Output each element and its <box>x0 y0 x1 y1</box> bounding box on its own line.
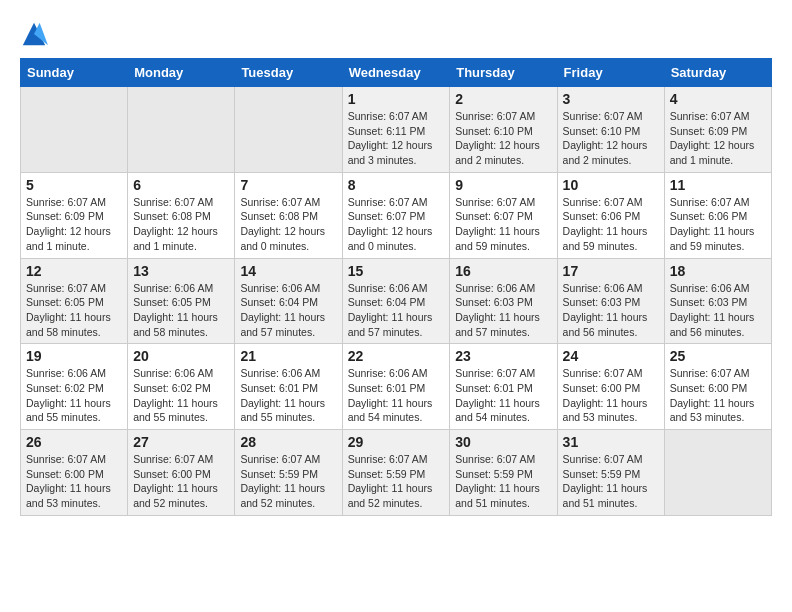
day-info: Sunrise: 6:06 AM Sunset: 6:05 PM Dayligh… <box>133 281 229 340</box>
day-info: Sunrise: 6:07 AM Sunset: 6:10 PM Dayligh… <box>455 109 551 168</box>
day-info: Sunrise: 6:07 AM Sunset: 6:05 PM Dayligh… <box>26 281 122 340</box>
day-number: 31 <box>563 434 659 450</box>
calendar-cell: 2Sunrise: 6:07 AM Sunset: 6:10 PM Daylig… <box>450 87 557 173</box>
calendar-cell: 16Sunrise: 6:06 AM Sunset: 6:03 PM Dayli… <box>450 258 557 344</box>
day-info: Sunrise: 6:07 AM Sunset: 5:59 PM Dayligh… <box>240 452 336 511</box>
calendar-cell: 6Sunrise: 6:07 AM Sunset: 6:08 PM Daylig… <box>128 172 235 258</box>
day-number: 21 <box>240 348 336 364</box>
calendar-header-thursday: Thursday <box>450 59 557 87</box>
day-info: Sunrise: 6:07 AM Sunset: 6:06 PM Dayligh… <box>563 195 659 254</box>
calendar-cell: 15Sunrise: 6:06 AM Sunset: 6:04 PM Dayli… <box>342 258 450 344</box>
day-info: Sunrise: 6:07 AM Sunset: 6:09 PM Dayligh… <box>26 195 122 254</box>
day-info: Sunrise: 6:07 AM Sunset: 6:11 PM Dayligh… <box>348 109 445 168</box>
day-info: Sunrise: 6:06 AM Sunset: 6:01 PM Dayligh… <box>240 366 336 425</box>
day-info: Sunrise: 6:07 AM Sunset: 6:06 PM Dayligh… <box>670 195 766 254</box>
day-number: 18 <box>670 263 766 279</box>
calendar-cell: 28Sunrise: 6:07 AM Sunset: 5:59 PM Dayli… <box>235 430 342 516</box>
day-number: 24 <box>563 348 659 364</box>
calendar-header-friday: Friday <box>557 59 664 87</box>
day-info: Sunrise: 6:07 AM Sunset: 6:00 PM Dayligh… <box>133 452 229 511</box>
day-info: Sunrise: 6:07 AM Sunset: 6:00 PM Dayligh… <box>563 366 659 425</box>
page-header <box>20 20 772 48</box>
calendar-table: SundayMondayTuesdayWednesdayThursdayFrid… <box>20 58 772 516</box>
day-info: Sunrise: 6:07 AM Sunset: 6:07 PM Dayligh… <box>455 195 551 254</box>
calendar-header-row: SundayMondayTuesdayWednesdayThursdayFrid… <box>21 59 772 87</box>
calendar-cell: 12Sunrise: 6:07 AM Sunset: 6:05 PM Dayli… <box>21 258 128 344</box>
day-info: Sunrise: 6:07 AM Sunset: 5:59 PM Dayligh… <box>563 452 659 511</box>
day-info: Sunrise: 6:06 AM Sunset: 6:03 PM Dayligh… <box>455 281 551 340</box>
calendar-cell: 7Sunrise: 6:07 AM Sunset: 6:08 PM Daylig… <box>235 172 342 258</box>
calendar-cell: 14Sunrise: 6:06 AM Sunset: 6:04 PM Dayli… <box>235 258 342 344</box>
calendar-cell: 10Sunrise: 6:07 AM Sunset: 6:06 PM Dayli… <box>557 172 664 258</box>
calendar-cell: 19Sunrise: 6:06 AM Sunset: 6:02 PM Dayli… <box>21 344 128 430</box>
calendar-cell: 31Sunrise: 6:07 AM Sunset: 5:59 PM Dayli… <box>557 430 664 516</box>
day-info: Sunrise: 6:06 AM Sunset: 6:01 PM Dayligh… <box>348 366 445 425</box>
day-number: 14 <box>240 263 336 279</box>
calendar-cell: 3Sunrise: 6:07 AM Sunset: 6:10 PM Daylig… <box>557 87 664 173</box>
calendar-cell <box>21 87 128 173</box>
day-number: 30 <box>455 434 551 450</box>
calendar-header-monday: Monday <box>128 59 235 87</box>
calendar-cell: 22Sunrise: 6:06 AM Sunset: 6:01 PM Dayli… <box>342 344 450 430</box>
day-number: 6 <box>133 177 229 193</box>
day-number: 16 <box>455 263 551 279</box>
day-number: 20 <box>133 348 229 364</box>
calendar-cell <box>235 87 342 173</box>
day-number: 4 <box>670 91 766 107</box>
day-info: Sunrise: 6:06 AM Sunset: 6:03 PM Dayligh… <box>563 281 659 340</box>
calendar-cell: 27Sunrise: 6:07 AM Sunset: 6:00 PM Dayli… <box>128 430 235 516</box>
calendar-header-sunday: Sunday <box>21 59 128 87</box>
day-info: Sunrise: 6:07 AM Sunset: 6:09 PM Dayligh… <box>670 109 766 168</box>
calendar-cell: 4Sunrise: 6:07 AM Sunset: 6:09 PM Daylig… <box>664 87 771 173</box>
day-number: 1 <box>348 91 445 107</box>
day-info: Sunrise: 6:06 AM Sunset: 6:04 PM Dayligh… <box>240 281 336 340</box>
day-info: Sunrise: 6:06 AM Sunset: 6:02 PM Dayligh… <box>133 366 229 425</box>
calendar-week-row: 5Sunrise: 6:07 AM Sunset: 6:09 PM Daylig… <box>21 172 772 258</box>
day-info: Sunrise: 6:07 AM Sunset: 6:08 PM Dayligh… <box>240 195 336 254</box>
day-number: 9 <box>455 177 551 193</box>
calendar-cell: 25Sunrise: 6:07 AM Sunset: 6:00 PM Dayli… <box>664 344 771 430</box>
day-number: 13 <box>133 263 229 279</box>
day-info: Sunrise: 6:07 AM Sunset: 6:00 PM Dayligh… <box>26 452 122 511</box>
day-info: Sunrise: 6:07 AM Sunset: 6:10 PM Dayligh… <box>563 109 659 168</box>
day-info: Sunrise: 6:07 AM Sunset: 6:00 PM Dayligh… <box>670 366 766 425</box>
day-number: 19 <box>26 348 122 364</box>
day-number: 25 <box>670 348 766 364</box>
day-info: Sunrise: 6:06 AM Sunset: 6:02 PM Dayligh… <box>26 366 122 425</box>
calendar-cell: 9Sunrise: 6:07 AM Sunset: 6:07 PM Daylig… <box>450 172 557 258</box>
day-info: Sunrise: 6:07 AM Sunset: 5:59 PM Dayligh… <box>348 452 445 511</box>
calendar-header-saturday: Saturday <box>664 59 771 87</box>
day-info: Sunrise: 6:06 AM Sunset: 6:04 PM Dayligh… <box>348 281 445 340</box>
day-number: 11 <box>670 177 766 193</box>
calendar-cell: 29Sunrise: 6:07 AM Sunset: 5:59 PM Dayli… <box>342 430 450 516</box>
calendar-cell: 23Sunrise: 6:07 AM Sunset: 6:01 PM Dayli… <box>450 344 557 430</box>
day-number: 2 <box>455 91 551 107</box>
day-info: Sunrise: 6:06 AM Sunset: 6:03 PM Dayligh… <box>670 281 766 340</box>
logo <box>20 20 52 48</box>
calendar-cell: 11Sunrise: 6:07 AM Sunset: 6:06 PM Dayli… <box>664 172 771 258</box>
calendar-cell: 17Sunrise: 6:06 AM Sunset: 6:03 PM Dayli… <box>557 258 664 344</box>
calendar-header-tuesday: Tuesday <box>235 59 342 87</box>
calendar-week-row: 1Sunrise: 6:07 AM Sunset: 6:11 PM Daylig… <box>21 87 772 173</box>
calendar-cell: 21Sunrise: 6:06 AM Sunset: 6:01 PM Dayli… <box>235 344 342 430</box>
day-number: 28 <box>240 434 336 450</box>
calendar-cell: 8Sunrise: 6:07 AM Sunset: 6:07 PM Daylig… <box>342 172 450 258</box>
calendar-cell: 5Sunrise: 6:07 AM Sunset: 6:09 PM Daylig… <box>21 172 128 258</box>
day-number: 10 <box>563 177 659 193</box>
calendar-cell <box>664 430 771 516</box>
calendar-cell <box>128 87 235 173</box>
day-number: 27 <box>133 434 229 450</box>
day-number: 7 <box>240 177 336 193</box>
day-info: Sunrise: 6:07 AM Sunset: 6:08 PM Dayligh… <box>133 195 229 254</box>
day-number: 8 <box>348 177 445 193</box>
calendar-cell: 18Sunrise: 6:06 AM Sunset: 6:03 PM Dayli… <box>664 258 771 344</box>
day-number: 12 <box>26 263 122 279</box>
day-number: 5 <box>26 177 122 193</box>
logo-icon <box>20 20 48 48</box>
calendar-cell: 26Sunrise: 6:07 AM Sunset: 6:00 PM Dayli… <box>21 430 128 516</box>
day-number: 3 <box>563 91 659 107</box>
calendar-week-row: 19Sunrise: 6:06 AM Sunset: 6:02 PM Dayli… <box>21 344 772 430</box>
calendar-header-wednesday: Wednesday <box>342 59 450 87</box>
day-number: 26 <box>26 434 122 450</box>
calendar-cell: 13Sunrise: 6:06 AM Sunset: 6:05 PM Dayli… <box>128 258 235 344</box>
